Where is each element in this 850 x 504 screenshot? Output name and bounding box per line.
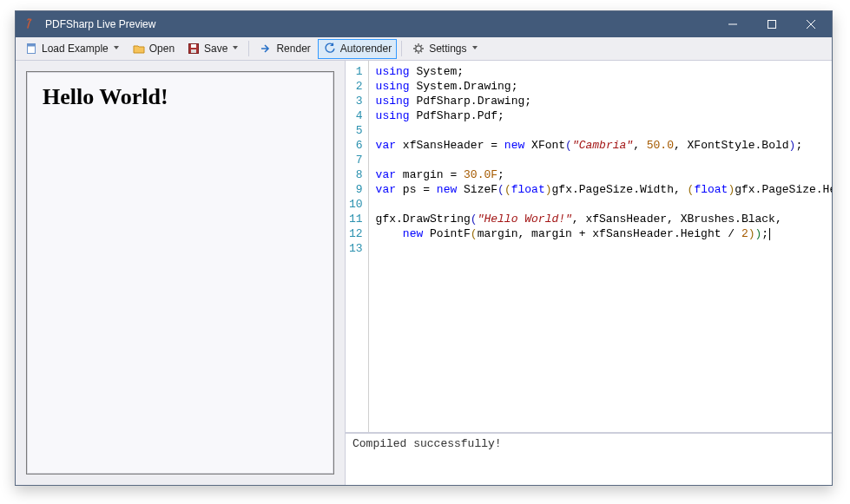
app-icon — [24, 17, 38, 31]
minimize-button[interactable] — [713, 11, 752, 37]
preview-pane: Hello World! — [16, 61, 346, 485]
svg-line-17 — [421, 45, 422, 46]
code-line[interactable]: var margin = 30.0F; — [376, 167, 825, 182]
code-line[interactable]: using System.Drawing; — [376, 79, 825, 94]
line-gutter: 12345678910111213 — [346, 61, 369, 432]
line-number: 8 — [349, 167, 363, 182]
render-button[interactable]: Render — [254, 39, 315, 59]
code-line[interactable] — [376, 241, 825, 256]
line-number: 4 — [349, 108, 363, 123]
line-number: 12 — [349, 226, 363, 241]
line-number: 5 — [349, 123, 363, 138]
svg-rect-9 — [191, 49, 196, 53]
code-line[interactable]: gfx.DrawString("Hello World!", xfSansHea… — [376, 212, 825, 226]
app-window: PDFSharp Live Preview Load Example — [15, 10, 833, 486]
code-line[interactable]: var ps = new SizeF((float)gfx.PageSize.W… — [376, 182, 825, 197]
window-title: PDFSharp Live Preview — [45, 18, 713, 30]
chevron-down-icon — [472, 46, 478, 52]
line-number: 9 — [349, 182, 363, 197]
editor-pane: 12345678910111213 using System;using Sys… — [346, 61, 832, 485]
save-label: Save — [204, 43, 227, 55]
load-example-button[interactable]: Load Example — [19, 39, 125, 59]
open-label: Open — [149, 43, 175, 55]
text-cursor — [769, 228, 770, 240]
folder-open-icon — [132, 42, 146, 56]
line-number: 1 — [349, 64, 363, 79]
window-controls — [713, 11, 830, 37]
settings-label: Settings — [429, 43, 466, 55]
line-number: 6 — [349, 138, 363, 153]
svg-point-10 — [416, 46, 421, 51]
code-line[interactable]: new PointF(margin, margin + xfSansHeader… — [376, 226, 825, 241]
line-number: 13 — [349, 241, 363, 256]
svg-line-18 — [415, 51, 416, 52]
autorender-toggle[interactable]: Autorender — [318, 39, 397, 59]
code-line[interactable] — [376, 197, 825, 212]
line-number: 3 — [349, 94, 363, 108]
preview-surface[interactable]: Hello World! — [26, 71, 334, 475]
svg-rect-6 — [28, 44, 36, 47]
preview-heading: Hello World! — [27, 72, 333, 122]
code-area[interactable]: using System;using System.Drawing;using … — [369, 61, 832, 432]
close-button[interactable] — [791, 11, 830, 37]
chevron-down-icon — [114, 46, 120, 52]
settings-button[interactable]: Settings — [406, 39, 483, 59]
code-editor[interactable]: 12345678910111213 using System;using Sys… — [346, 61, 832, 433]
line-number: 2 — [349, 79, 363, 94]
svg-point-0 — [30, 19, 31, 21]
open-button[interactable]: Open — [127, 39, 180, 59]
code-line[interactable]: var xfSansHeader = new XFont("Cambria", … — [376, 138, 825, 153]
page-icon — [24, 42, 38, 56]
code-line[interactable]: using System; — [376, 64, 825, 79]
autorender-label: Autorender — [340, 43, 392, 55]
save-icon — [187, 42, 201, 56]
chevron-down-icon — [233, 46, 239, 52]
code-line[interactable] — [376, 123, 825, 138]
toolbar-separator — [248, 41, 249, 56]
maximize-button[interactable] — [752, 11, 791, 37]
toolbar-separator — [401, 41, 402, 56]
load-example-label: Load Example — [42, 43, 109, 55]
code-line[interactable] — [376, 153, 825, 167]
svg-line-15 — [415, 45, 416, 46]
line-number: 7 — [349, 153, 363, 167]
svg-line-16 — [421, 51, 422, 52]
line-number: 11 — [349, 212, 363, 226]
save-button[interactable]: Save — [181, 39, 244, 59]
render-label: Render — [276, 43, 310, 55]
titlebar[interactable]: PDFSharp Live Preview — [16, 11, 832, 37]
svg-rect-8 — [191, 44, 196, 48]
toolbar: Load Example Open Save Render — [16, 37, 832, 61]
refresh-icon — [323, 42, 337, 56]
code-line[interactable]: using PdfSharp.Drawing; — [376, 94, 825, 108]
body-area: Hello World! 12345678910111213 using Sys… — [16, 61, 832, 485]
arrow-right-icon — [259, 42, 273, 56]
line-number: 10 — [349, 197, 363, 212]
code-line[interactable]: using PdfSharp.Pdf; — [376, 108, 825, 123]
gear-icon — [412, 42, 425, 56]
svg-rect-2 — [768, 21, 775, 29]
status-pane: Compiled successfully! — [346, 433, 832, 485]
status-message: Compiled successfully! — [353, 437, 502, 450]
